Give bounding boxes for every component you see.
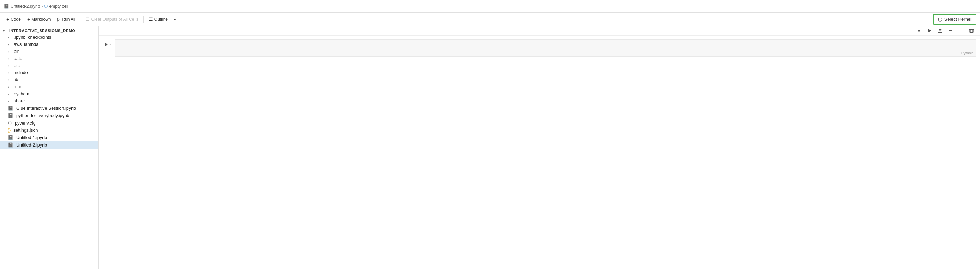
add-markdown-button[interactable]: + Markdown [24, 15, 54, 24]
sidebar-item-label: settings.json [13, 128, 38, 133]
toolbar-separator-2 [143, 16, 144, 23]
chevron-right-icon: › [8, 42, 11, 46]
sidebar-item-label: python-for-everybody.ipynb [16, 113, 70, 118]
sidebar-item[interactable]: ›data [0, 55, 99, 62]
sidebar-item-label: lib [14, 77, 18, 82]
kernel-icon: ⬡ [938, 17, 942, 22]
breadcrumb: 📓 Untitled-2.ipynb › ⬡ empty cell [3, 3, 68, 9]
sidebar-item[interactable]: {}settings.json [0, 127, 99, 134]
chevron-right-icon: › [8, 35, 11, 40]
svg-marker-1 [918, 30, 920, 32]
sidebar-item[interactable]: ›.ipynb_checkpoints [0, 34, 99, 41]
notebook-file-icon: 📓 [8, 105, 13, 111]
chevron-right-icon: › [8, 49, 11, 54]
more-button[interactable]: ··· [171, 16, 180, 23]
sidebar-item-label: include [14, 70, 28, 75]
code-label: Code [11, 17, 21, 22]
minimize-icon [948, 28, 953, 33]
sidebar-root-label: INTERACTIVE_SESSIONS_DEMO [9, 29, 75, 33]
sidebar-item[interactable]: 📓Glue Interactive Session.ipynb [0, 105, 99, 112]
run-above-icon [916, 28, 922, 33]
cell-run-button[interactable]: ▾ [102, 40, 113, 49]
cell-more-button[interactable]: ··· [956, 27, 966, 34]
cell-language-label: Python [961, 51, 973, 55]
svg-rect-4 [938, 32, 942, 33]
gear-file-icon: ⚙ [8, 120, 12, 126]
cell-icon: ⬡ [44, 4, 48, 9]
outline-icon: ☰ [149, 17, 153, 22]
select-kernel-label: Select Kernel [944, 17, 972, 22]
delete-cell-button[interactable] [967, 27, 977, 35]
cell-body[interactable]: Python [115, 39, 977, 57]
sidebar-item[interactable]: ›include [0, 69, 99, 76]
sidebar-item[interactable]: ›bin [0, 48, 99, 55]
toolbar-separator-1 [80, 16, 81, 23]
sidebar-item[interactable]: ›share [0, 97, 99, 105]
run-all-label: Run All [62, 17, 75, 22]
sidebar-root[interactable]: ▾ INTERACTIVE_SESSIONS_DEMO [0, 27, 99, 34]
sidebar-item[interactable]: ›aws_lambda [0, 41, 99, 48]
svg-marker-3 [939, 29, 942, 32]
sidebar-item-label: pycham [14, 91, 29, 96]
sidebar-item-label: .ipynb_checkpoints [14, 35, 51, 40]
sidebar-item-label: Glue Interactive Session.ipynb [16, 106, 76, 111]
notebook-icon: 📓 [3, 3, 9, 9]
breadcrumb-cell: empty cell [49, 4, 68, 9]
sidebar-item-label: Untitled-2.ipynb [16, 143, 47, 148]
sidebar-item-label: share [14, 99, 25, 103]
notebook-file-icon: 📓 [8, 142, 13, 148]
sidebar-item-label: man [14, 84, 22, 89]
breadcrumb-notebook[interactable]: Untitled-2.ipynb [11, 4, 40, 9]
sidebar-item-label: aws_lambda [14, 42, 38, 47]
sidebar-item[interactable]: 📓Untitled-2.ipynb [0, 141, 99, 149]
chevron-right-icon: › [8, 78, 11, 82]
plus-icon-2: + [27, 17, 30, 22]
json-file-icon: {} [8, 128, 11, 133]
select-kernel-button[interactable]: ⬡ Select Kernel [933, 14, 977, 25]
sidebar-item[interactable]: ›pycham [0, 91, 99, 97]
add-code-button[interactable]: + Code [3, 15, 24, 24]
clear-outputs-label: Clear Outputs of All Cells [91, 17, 138, 22]
sidebar-item[interactable]: 📓python-for-everybody.ipynb [0, 112, 99, 119]
chevron-right-icon: › [8, 64, 11, 68]
notebook-area: ··· ▾ [99, 26, 980, 269]
outline-button[interactable]: ☰ Outline [146, 15, 170, 23]
notebook-toolbar: + Code + Markdown ▷ Run All ☰ Clear Outp… [0, 13, 980, 26]
run-below-button[interactable] [935, 27, 945, 35]
run-all-button[interactable]: ▷ Run All [54, 16, 78, 23]
sidebar-item[interactable]: 📓Untitled-1.ipynb [0, 134, 99, 141]
chevron-right-icon: › [8, 56, 11, 61]
chevron-right-icon: › [8, 85, 11, 89]
breadcrumb-separator: › [41, 4, 43, 9]
sidebar-items-container: ›.ipynb_checkpoints›aws_lambda›bin›data›… [0, 34, 99, 149]
sidebar-item[interactable]: ›etc [0, 62, 99, 69]
sidebar-item-label: bin [14, 49, 20, 54]
run-below-icon [937, 28, 943, 33]
sidebar-item[interactable]: ›man [0, 83, 99, 91]
sidebar-item-label: data [14, 56, 22, 61]
sidebar-item-label: etc [14, 63, 20, 68]
svg-rect-7 [970, 29, 973, 29]
minimize-button[interactable] [946, 27, 956, 35]
svg-marker-2 [928, 29, 931, 32]
plus-icon: + [6, 17, 9, 22]
outline-label: Outline [154, 17, 168, 22]
markdown-label: Markdown [32, 17, 51, 22]
sidebar-item[interactable]: ⚙pyvenv.cfg [0, 119, 99, 127]
sidebar-item[interactable]: ›lib [0, 76, 99, 83]
run-cell-button[interactable] [924, 27, 934, 35]
sidebar-item-label: Untitled-1.ipynb [16, 135, 47, 140]
notebook-content: ▾ Python [99, 36, 980, 269]
breadcrumb-bar: 📓 Untitled-2.ipynb › ⬡ empty cell [0, 0, 980, 13]
cell-wrapper: ▾ Python [99, 39, 980, 57]
run-above-button[interactable] [914, 27, 924, 35]
svg-rect-5 [949, 30, 953, 31]
cell-run-chevron[interactable]: ▾ [110, 43, 111, 46]
more-dots-label: ··· [174, 17, 178, 22]
clear-outputs-button[interactable]: ☰ Clear Outputs of All Cells [83, 15, 141, 23]
svg-marker-11 [105, 43, 108, 46]
chevron-right-icon: › [8, 92, 11, 96]
svg-rect-8 [970, 30, 973, 33]
root-chevron-icon: ▾ [3, 29, 8, 33]
cell-more-dots: ··· [958, 28, 964, 33]
